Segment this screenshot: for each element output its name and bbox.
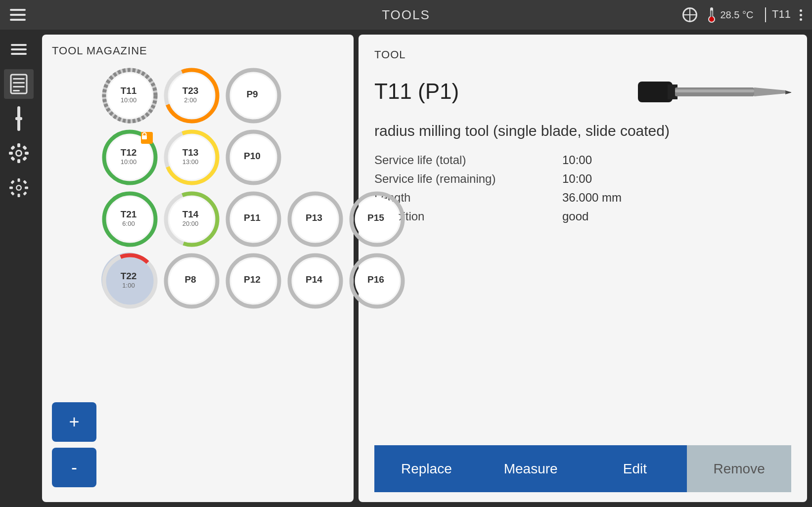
tool-label-T12: T12 10:00	[121, 147, 137, 166]
tool-label-T23: T23 2:00	[182, 85, 199, 104]
tool-magazine-panel: TOOL MAGAZINE + -	[42, 35, 354, 502]
tool-item-T23[interactable]: T23 2:00	[163, 67, 218, 122]
svg-rect-21	[22, 156, 27, 161]
remove-tool-button[interactable]: -	[52, 448, 96, 487]
thermometer-icon	[706, 6, 717, 23]
temperature-display: 28.5 °C	[706, 6, 753, 23]
globe-icon	[682, 7, 697, 22]
list-icon	[9, 73, 29, 95]
svg-rect-18	[10, 145, 15, 150]
tool-label-P10: P10	[244, 151, 261, 162]
main-area: TOOL MAGAZINE + -	[0, 30, 812, 507]
tool-image-svg	[638, 71, 791, 113]
menu-button[interactable]	[800, 9, 802, 21]
sidebar-item-tool[interactable]	[4, 104, 34, 133]
tool-description: radius milling tool (single blade, slide…	[374, 123, 791, 139]
spec-value-1: 10:00	[562, 172, 592, 186]
svg-point-13	[17, 151, 21, 155]
tool-item-P12[interactable]: P12	[225, 253, 279, 307]
tool-label-T11: T11 10:00	[121, 85, 137, 104]
topbar: TOOLS 28.5 °C T11	[0, 0, 812, 30]
sidebar	[0, 30, 37, 507]
measure-button[interactable]: Measure	[479, 445, 583, 492]
svg-rect-16	[9, 152, 13, 155]
svg-rect-20	[10, 156, 15, 161]
tool-label-P11: P11	[244, 212, 261, 223]
tool-item-P8[interactable]: P8	[163, 253, 218, 307]
tool-label-P9: P9	[246, 89, 258, 100]
tool-detail-panel: TOOL T11 (P1)	[359, 35, 807, 502]
svg-point-3	[709, 17, 714, 22]
svg-rect-73	[675, 89, 754, 92]
spec-row-0: Service life (total) 10:00	[374, 153, 791, 167]
tool-empty-3	[287, 129, 344, 186]
svg-marker-76	[786, 91, 791, 94]
svg-marker-74	[754, 87, 786, 96]
svg-rect-42	[142, 135, 147, 139]
svg-rect-70	[638, 82, 673, 102]
svg-rect-25	[17, 194, 20, 197]
tool-item-P10[interactable]: P10	[225, 129, 279, 183]
sidebar-item-settings2[interactable]	[4, 173, 34, 203]
tool-magazine-title: TOOL MAGAZINE	[52, 44, 344, 57]
tool-label-T13: T13 13:00	[182, 147, 199, 166]
edit-button[interactable]: Edit	[583, 445, 687, 492]
tool-item-T11[interactable]: T11 10:00	[101, 67, 156, 122]
tool-label-P13: P13	[306, 212, 322, 223]
svg-rect-14	[17, 143, 20, 147]
spec-row-3: Condition good	[374, 210, 791, 223]
tool-empty-1	[287, 67, 344, 124]
svg-rect-7	[13, 82, 25, 84]
tool-item-P14[interactable]: P14	[287, 253, 341, 307]
svg-rect-19	[22, 145, 27, 150]
tool-label-T21: T21 6:00	[121, 209, 137, 227]
tool-item-T12[interactable]: T12 10:00	[101, 129, 156, 183]
sidebar-item-menu[interactable]	[4, 35, 34, 64]
svg-rect-4	[765, 7, 766, 22]
svg-rect-26	[9, 187, 13, 189]
tool-item-P13[interactable]: P13	[287, 191, 341, 245]
tool-item-P15[interactable]: P15	[349, 191, 403, 245]
active-tool-indicator: T11	[764, 7, 791, 22]
svg-rect-6	[13, 78, 25, 80]
tool-label-P12: P12	[244, 274, 261, 285]
svg-rect-15	[17, 159, 20, 163]
topbar-right-status: 28.5 °C T11	[682, 6, 802, 23]
tool-item-T22[interactable]: T22 1:00	[101, 253, 156, 307]
svg-rect-11	[15, 117, 22, 120]
temperature-value: 28.5 °C	[720, 9, 753, 21]
tool-label-P14: P14	[306, 274, 322, 285]
tool-item-T21[interactable]: T21 6:00	[101, 191, 156, 245]
spec-row-1: Service life (remaining) 10:00	[374, 172, 791, 186]
spec-value-3: good	[562, 210, 588, 223]
svg-rect-27	[25, 187, 28, 189]
content-area: TOOL MAGAZINE + -	[37, 30, 812, 507]
svg-rect-29	[23, 180, 27, 184]
tool-icon	[14, 106, 23, 131]
remove-button[interactable]: Remove	[687, 445, 791, 492]
svg-rect-28	[10, 180, 14, 184]
spec-row-2: Length 36.000 mm	[374, 191, 791, 205]
gear-icon	[8, 142, 30, 164]
tool-grid: T11 10:00 T23	[101, 67, 406, 492]
tool-label-P15: P15	[367, 212, 384, 223]
svg-rect-8	[13, 86, 25, 87]
sidebar-item-settings[interactable]	[4, 138, 34, 168]
hamburger-button[interactable]	[10, 9, 26, 21]
topbar-left-controls	[10, 9, 26, 21]
tool-item-P9[interactable]: P9	[225, 67, 279, 122]
active-tool-label: T11	[772, 8, 791, 20]
tool-item-T13[interactable]: T13 13:00	[163, 129, 218, 183]
svg-rect-31	[23, 191, 27, 195]
tool-label-P16: P16	[367, 274, 384, 285]
tool-item-T14[interactable]: T14 20:00	[163, 191, 218, 245]
tool-empty-4	[349, 129, 406, 186]
sidebar-item-list[interactable]	[4, 69, 34, 99]
tool-item-P16[interactable]: P16	[349, 253, 403, 307]
svg-rect-30	[10, 191, 14, 195]
tool-item-P11[interactable]: P11	[225, 191, 279, 245]
tool-label-T22: T22 1:00	[121, 271, 137, 289]
add-tool-button[interactable]: +	[52, 402, 96, 442]
svg-rect-9	[13, 90, 20, 91]
tool-specs: Service life (total) 10:00 Service life …	[374, 153, 791, 223]
